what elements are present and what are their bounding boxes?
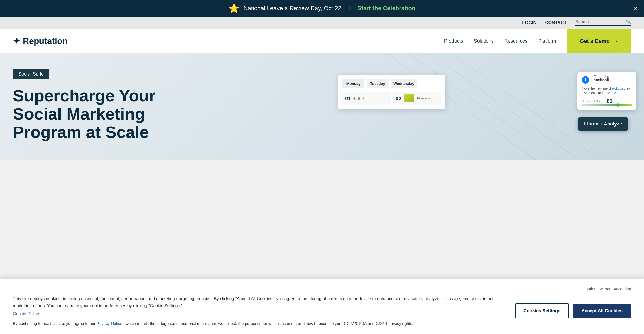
hero-section: Social Suite Supercharge Your Social Mar… bbox=[0, 53, 644, 160]
fb-card-text: I love the new line of pickups they just… bbox=[582, 86, 632, 95]
sentiment-bar bbox=[582, 104, 632, 106]
cal-icons-1: ⊙ ⊕ ✦ bbox=[353, 96, 365, 101]
banner-announcement-text: National Leave a Review Day, Oct 22 bbox=[244, 5, 341, 12]
logo-icon: ✦ bbox=[13, 36, 20, 46]
calendar-cells: 01 ⊙ ⊕ ✦ 02 10 ways to... bbox=[342, 92, 441, 105]
social-suite-badge: Social Suite bbox=[13, 69, 49, 79]
nav-platform[interactable]: Platform bbox=[538, 38, 556, 44]
get-demo-arrow-icon: → bbox=[612, 38, 618, 44]
main-header: ✦ Reputation Products Solutions Resource… bbox=[0, 29, 644, 53]
calendar-header: Monday Tuesday Wednesday bbox=[342, 79, 441, 88]
nav-products[interactable]: Products bbox=[444, 38, 463, 44]
banner-content: ⭐ National Leave a Review Day, Oct 22 | … bbox=[229, 3, 416, 13]
banner-close-button[interactable]: × bbox=[634, 5, 638, 12]
get-demo-button[interactable]: Get a Demo → bbox=[567, 29, 631, 53]
banner-cta-link[interactable]: Start the Celebration bbox=[357, 5, 415, 12]
sentiment-dot bbox=[616, 103, 619, 107]
listen-analyze-button[interactable]: Listen + Analyze bbox=[578, 117, 628, 131]
search-container: 🔍 bbox=[575, 19, 631, 26]
login-link[interactable]: LOGIN bbox=[522, 20, 536, 25]
sentiment-score: 83 bbox=[606, 98, 612, 104]
cal-day-tuesday: Tuesday bbox=[367, 79, 389, 88]
star-book-icon: ⭐ bbox=[229, 3, 239, 13]
logo-container: ✦ Reputation bbox=[13, 36, 444, 46]
hero-title: Supercharge Your Social Marketing Progra… bbox=[13, 87, 174, 142]
cal-thumb-1 bbox=[404, 94, 414, 102]
facebook-icon: f bbox=[582, 76, 589, 84]
top-nav-bar: LOGIN CONTACT 🔍 bbox=[0, 17, 644, 29]
cal-num-2: 02 bbox=[396, 95, 401, 102]
cal-cell-2: 02 10 ways to... bbox=[393, 92, 441, 105]
main-navigation: Products Solutions Resources Platform bbox=[444, 38, 556, 44]
sentiment-row: Sentiment Score: 83 bbox=[582, 98, 632, 104]
hero-mockup: Monday Tuesday Wednesday 01 ⊙ ⊕ ✦ 02 10 … bbox=[327, 69, 631, 160]
sentiment-label: Sentiment Score: bbox=[582, 99, 604, 103]
top-banner: ⭐ National Leave a Review Day, Oct 22 | … bbox=[0, 0, 644, 17]
cal-day-monday: Monday bbox=[342, 79, 364, 88]
cal-cell-1: 01 ⊙ ⊕ ✦ bbox=[342, 92, 391, 105]
calendar-mockup: Monday Tuesday Wednesday 01 ⊙ ⊕ ✦ 02 10 … bbox=[338, 75, 445, 109]
banner-separator: | bbox=[349, 6, 350, 11]
contact-link[interactable]: CONTACT bbox=[545, 20, 567, 25]
thursday-label: Thursday bbox=[594, 75, 610, 79]
search-icon: 🔍 bbox=[626, 19, 631, 24]
cal-day-wednesday: Wednesday bbox=[391, 79, 417, 88]
logo-text: Reputation bbox=[23, 36, 68, 46]
hero-content: Social Suite Supercharge Your Social Mar… bbox=[13, 69, 317, 160]
nav-solutions[interactable]: Solutions bbox=[474, 38, 494, 44]
search-input[interactable] bbox=[575, 20, 624, 24]
cal-text-1: 10 ways to... bbox=[416, 97, 433, 100]
cal-num-1: 01 bbox=[345, 95, 351, 102]
nav-resources[interactable]: Resources bbox=[504, 38, 528, 44]
